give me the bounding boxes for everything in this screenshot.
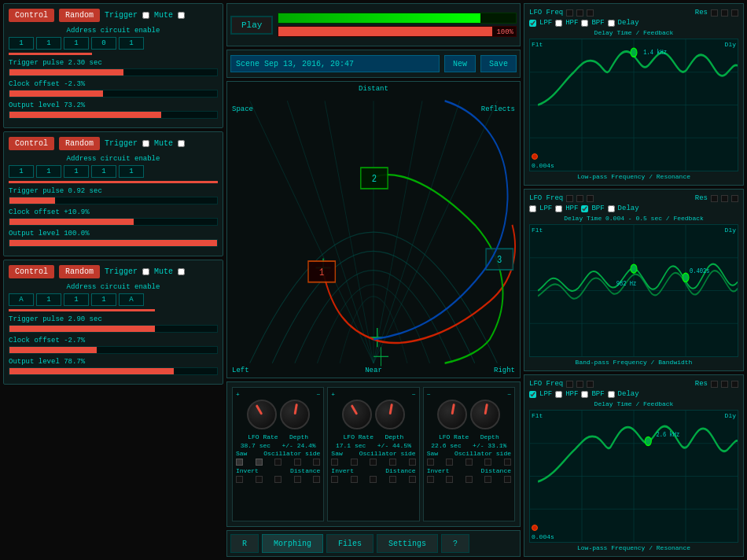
lfo-rate-knob-3[interactable] [437,400,467,429]
osc-cb-2c[interactable] [409,459,416,466]
dist-cb-3b[interactable] [484,476,491,483]
random-button-2[interactable]: Random [59,137,100,150]
invert-cb-2a[interactable] [331,476,338,483]
trigger-checkbox-2[interactable] [142,140,149,147]
invert-cb-3a[interactable] [427,476,434,483]
settings-button[interactable]: Settings [377,534,438,553]
dist-cb-1a[interactable] [274,476,282,483]
addr-input-1-1[interactable] [36,37,61,50]
lpf-cb-3[interactable] [529,391,536,398]
addr-input-2-1[interactable] [36,165,61,178]
osc-checkbox-1a[interactable] [274,459,282,466]
osc-cb-3b[interactable] [484,459,491,466]
help-button[interactable]: ? [441,534,469,553]
lfo-freq-cb-2c[interactable] [587,195,594,202]
addr-input-2-3[interactable] [91,165,116,178]
lfo-rate-knob-1[interactable] [247,400,277,429]
addr-input-1-2[interactable] [64,37,89,50]
res-cb-3b[interactable] [721,381,728,388]
lfo-freq-cb-2b[interactable] [576,195,583,202]
osc-cb-2a[interactable] [370,459,377,466]
dist-cb-2a[interactable] [370,476,377,483]
hpf-cb-2[interactable] [555,205,562,212]
addr-input-2-0[interactable] [9,165,34,178]
invert-cb-1b[interactable] [256,476,263,483]
lfo-freq-cb-1c[interactable] [587,9,594,17]
lfo-depth-knob-2[interactable] [375,400,405,429]
osc-cb-2b[interactable] [389,459,396,466]
addr-input-3-4[interactable] [119,293,144,306]
saw-checkbox-1b[interactable] [256,459,263,466]
mute-checkbox-3[interactable] [178,268,185,275]
hpf-cb-1[interactable] [555,20,562,27]
lpf-cb-1[interactable] [529,20,536,27]
delay-cb-2[interactable] [608,205,615,212]
lfo-rate-knob-2[interactable] [342,400,372,429]
bpf-cb-3[interactable] [581,391,588,398]
addr-input-2-4[interactable] [119,165,144,178]
dist-cb-2b[interactable] [389,476,396,483]
osc-checkbox-1c[interactable] [313,459,320,466]
bpf-cb-1[interactable] [581,20,588,27]
play-button[interactable]: Play [230,16,273,35]
mute-checkbox-1[interactable] [178,12,185,19]
control-button-2[interactable]: Control [9,137,54,150]
lfo-freq-cb-3b[interactable] [576,381,583,388]
lfo-freq-cb-2a[interactable] [566,195,573,202]
res-cb-1a[interactable] [711,9,718,17]
lfo-depth-knob-1[interactable] [280,400,310,429]
save-button[interactable]: Save [480,55,517,72]
trigger-checkbox-1[interactable] [142,12,149,19]
hpf-cb-3[interactable] [555,391,562,398]
saw-checkbox-1[interactable] [236,459,243,466]
control-button-1[interactable]: Control [9,9,54,22]
addr-input-2-2[interactable] [64,165,89,178]
lfo-freq-cb-3a[interactable] [566,381,573,388]
addr-input-3-1[interactable] [36,293,61,306]
r-button[interactable]: R [230,534,259,553]
dist-cb-1c[interactable] [313,476,320,483]
res-cb-3c[interactable] [731,381,738,388]
res-cb-1b[interactable] [721,9,728,17]
invert-cb-1a[interactable] [236,476,243,483]
saw-cb-2a[interactable] [331,459,338,466]
res-cb-2a[interactable] [711,195,718,202]
res-cb-1c[interactable] [731,9,738,17]
res-cb-3a[interactable] [711,381,718,388]
invert-cb-3b[interactable] [446,476,453,483]
lfo-freq-cb-1b[interactable] [576,9,583,17]
lfo-freq-cb-3c[interactable] [587,381,594,388]
addr-input-1-3[interactable] [91,37,116,50]
lpf-cb-2[interactable] [529,205,536,212]
lfo-depth-knob-3[interactable] [470,400,500,429]
random-button-3[interactable]: Random [59,265,100,278]
osc-cb-3c[interactable] [504,459,511,466]
dist-cb-1b[interactable] [294,476,301,483]
saw-cb-2b[interactable] [351,459,358,466]
addr-input-3-2[interactable] [64,293,89,306]
delay-cb-1[interactable] [608,20,615,27]
addr-input-3-0[interactable] [9,293,34,306]
res-cb-2c[interactable] [731,195,738,202]
dist-cb-2c[interactable] [409,476,416,483]
osc-cb-3a[interactable] [465,459,473,466]
delay-cb-3[interactable] [608,391,615,398]
lfo-freq-cb-1a[interactable] [566,9,573,17]
random-button-1[interactable]: Random [59,9,100,22]
mute-checkbox-2[interactable] [178,140,185,147]
osc-checkbox-1b[interactable] [294,459,301,466]
res-cb-2b[interactable] [721,195,728,202]
scene-name-input[interactable] [230,55,440,72]
saw-cb-3a[interactable] [427,459,434,466]
addr-input-3-3[interactable] [91,293,116,306]
dist-cb-3c[interactable] [504,476,511,483]
control-button-3[interactable]: Control [9,265,54,278]
new-button[interactable]: New [444,55,476,72]
dist-cb-3a[interactable] [465,476,473,483]
trigger-checkbox-3[interactable] [142,268,149,275]
morphing-button[interactable]: Morphing [262,534,323,553]
invert-cb-2b[interactable] [351,476,358,483]
files-button[interactable]: Files [326,534,374,553]
addr-input-1-4[interactable] [119,37,144,50]
bpf-cb-2[interactable] [581,205,588,212]
